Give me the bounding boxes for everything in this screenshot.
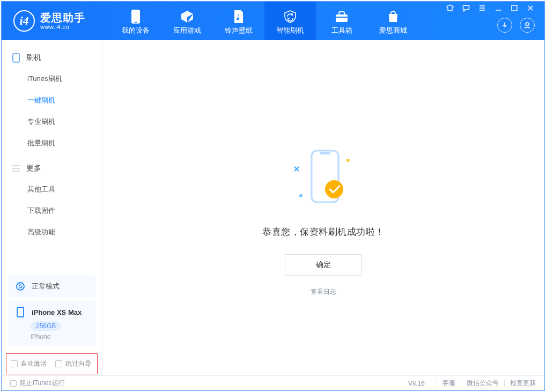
checkbox-label: 自动激活 [21,359,47,368]
svg-point-9 [17,283,24,290]
cube-icon [180,9,195,24]
version-text: V8.16 [408,380,425,387]
divider [437,380,437,387]
brand-logo-icon: i4 [13,10,35,32]
checkbox-icon [11,360,18,367]
music-file-icon [231,9,246,24]
sidebar-section-title: 刷机 [26,53,41,63]
tab-label: 爱思商城 [379,26,407,35]
tab-flash[interactable]: 智能刷机 [264,2,316,40]
sidebar-item-other-tools[interactable]: 其他工具 [2,179,102,200]
main-tabs: 我的设备 应用游戏 铃声壁纸 智能刷机 [110,2,497,40]
refresh-shield-icon [283,9,298,24]
window-controls [446,4,544,12]
brand-text: 爱思助手 www.i4.cn [40,12,85,30]
svg-point-11 [346,159,350,162]
footer-link-update[interactable]: 检查更新 [510,379,536,388]
brand-name: 爱思助手 [40,12,85,24]
sidebar-item-pro[interactable]: 专业刷机 [2,111,102,132]
close-button[interactable] [526,4,535,12]
menu-icon[interactable] [478,4,486,12]
svg-rect-7 [512,5,517,11]
block-itunes-label: 阻止iTunes运行 [20,379,65,388]
tab-label: 我的设备 [122,26,150,35]
svg-rect-15 [320,152,330,154]
footer-link-support[interactable]: 客服 [442,379,455,388]
svg-rect-0 [131,10,140,24]
sidebar-item-oneclick[interactable]: 一键刷机 [2,90,102,111]
svg-point-5 [526,23,529,26]
feedback-icon[interactable] [462,4,470,12]
title-bar: i4 爱思助手 www.i4.cn 我的设备 应用游戏 [2,2,544,40]
device-capacity: 256GB [31,321,61,331]
tab-toolbox[interactable]: 工具箱 [316,2,367,40]
svg-rect-6 [463,5,469,10]
sidebar-section-title: 更多 [26,164,41,173]
device-kind: iPhone [31,333,89,341]
sidebar-section-more: 更多 [2,158,102,179]
svg-point-16 [325,180,343,198]
success-message: 恭喜您，保资料刷机成功啦！ [262,226,385,238]
checkbox-label: 跳过向导 [65,359,91,368]
checkbox-block-itunes[interactable] [10,380,17,387]
footer-right: V8.16 客服 微信公众号 检查更新 [408,379,536,388]
sidebar-item-itunes[interactable]: iTunes刷机 [2,68,102,90]
maximize-button[interactable] [510,4,519,12]
svg-rect-10 [17,307,24,317]
app-window: i4 爱思助手 www.i4.cn 我的设备 应用游戏 [1,1,545,391]
flash-options-box: 自动激活 跳过向导 [6,353,98,374]
sync-icon [14,280,26,292]
svg-point-12 [299,194,302,197]
body: 刷机 iTunes刷机 一键刷机 专业刷机 批量刷机 更多 其他工具 下载固件 … [2,40,544,375]
mode-text: 正常模式 [32,282,60,291]
footer-link-wechat[interactable]: 微信公众号 [467,379,499,388]
mode-card[interactable]: 正常模式 [8,275,95,298]
tab-store[interactable]: 爱思商城 [367,2,419,40]
sidebar-item-advanced[interactable]: 高级功能 [2,221,102,243]
divider [504,380,505,387]
checkbox-icon [55,360,62,367]
tab-label: 智能刷机 [276,26,304,35]
store-bag-icon [386,9,401,24]
toolbox-icon [334,9,349,24]
main-area: 恭喜您，保资料刷机成功啦！ 确定 查看日志 [102,40,544,375]
sidebar-item-batch[interactable]: 批量刷机 [2,132,102,154]
svg-rect-8 [13,54,19,62]
svg-rect-1 [134,22,137,23]
svg-rect-4 [336,17,348,18]
confirm-button[interactable]: 确定 [285,254,362,276]
sidebar-item-download-fw[interactable]: 下载固件 [2,200,102,221]
checkbox-auto-activate[interactable]: 自动激活 [11,359,47,368]
svg-rect-2 [336,14,348,22]
skin-icon[interactable] [446,4,454,12]
device-phone-icon [14,306,26,318]
svg-rect-3 [339,12,344,15]
tab-label: 应用游戏 [173,26,201,35]
device-name: iPhone XS Max [32,308,82,316]
tab-label: 工具箱 [331,26,352,35]
brand-logo-area: i4 爱思助手 www.i4.cn [2,2,110,40]
user-button[interactable] [520,18,535,33]
list-icon [11,164,21,173]
checkbox-skip-guide[interactable]: 跳过向导 [55,359,91,368]
tab-ringtones[interactable]: 铃声壁纸 [213,2,264,40]
divider [461,380,461,387]
success-illustration [291,147,356,212]
phone-icon [128,9,143,24]
tab-label: 铃声壁纸 [225,26,253,35]
tab-my-device[interactable]: 我的设备 [110,2,161,40]
brand-url: www.i4.cn [40,24,85,30]
download-button[interactable] [497,18,512,33]
tab-apps[interactable]: 应用游戏 [161,2,213,40]
phone-outline-icon [11,53,21,63]
device-card[interactable]: iPhone XS Max 256GB iPhone [8,301,95,346]
view-log-link[interactable]: 查看日志 [311,287,336,297]
status-bar: 阻止iTunes运行 V8.16 客服 微信公众号 检查更新 [2,375,544,390]
sidebar: 刷机 iTunes刷机 一键刷机 专业刷机 批量刷机 更多 其他工具 下载固件 … [2,40,102,375]
footer-left: 阻止iTunes运行 [10,379,408,388]
sidebar-section-flash: 刷机 [2,48,102,68]
minimize-button[interactable] [494,4,503,12]
